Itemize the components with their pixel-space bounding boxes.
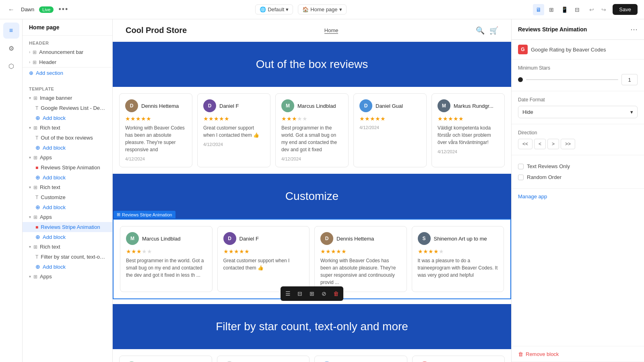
tree-reviews-stripe-2-selected[interactable]: ■ Reviews Stripe Animation <box>23 222 112 232</box>
text-reviews-label: Text Reviews Only <box>527 163 570 169</box>
toolbar-delete-btn[interactable]: 🗑 <box>330 288 342 299</box>
tree-image-banner[interactable]: ▾ ⊞ Image banner <box>23 93 112 103</box>
tree-apps-1[interactable]: ▾ ⊞ Apps <box>23 152 112 162</box>
review-card: D Daniel Gual ★★★★★ 4/12/2024 <box>353 93 427 167</box>
save-button[interactable]: Save <box>613 4 638 15</box>
page-selector[interactable]: 🏠 Home page ▾ <box>298 4 346 14</box>
add-block-rich-text-2[interactable]: ⊕ Add block <box>23 202 112 212</box>
monitor-button[interactable]: 🖥 <box>533 4 544 15</box>
toolbar-btn-2[interactable]: ⊟ <box>294 288 305 299</box>
back-button[interactable]: ← <box>6 5 16 14</box>
add-section-button[interactable]: ⊕ Add section <box>23 67 112 78</box>
chevron-icon: ▾ <box>29 155 31 160</box>
reviewer-name: Dennis Hettema <box>336 236 374 242</box>
app-icon-label: G <box>521 47 524 52</box>
tree-header[interactable]: › ⊞ Header <box>23 57 112 67</box>
right-panel-title: Reviews Stripe Animation <box>518 26 587 33</box>
chevron-icon: ▾ <box>29 96 31 100</box>
add-block-rich-text-3[interactable]: ⊕ Add block <box>23 262 112 272</box>
chevron-down-icon: ▾ <box>286 6 289 12</box>
tablet-button[interactable]: ⊞ <box>546 4 557 15</box>
date-format-section: Date Format Hide ▾ <box>512 91 644 124</box>
template-section: Template ▾ ⊞ Image banner T Google Revie… <box>23 82 112 285</box>
redo-button[interactable]: ↪ <box>598 4 609 15</box>
text-reviews-row: Text Reviews Only <box>518 161 638 172</box>
tree-reviews-stripe-1[interactable]: ■ Reviews Stripe Animation <box>23 162 112 173</box>
nav-home[interactable]: Home <box>324 27 339 34</box>
avatar: M <box>438 99 450 112</box>
remove-block-button[interactable]: 🗑 Remove block <box>512 346 644 362</box>
avatar: D <box>320 232 333 245</box>
text-icon: T <box>35 135 38 141</box>
add-block-apps-2[interactable]: ⊕ Add block <box>23 232 112 242</box>
stars: ★★★★★ <box>281 115 343 122</box>
grid-button[interactable]: ⊟ <box>572 4 583 15</box>
tree-google-reviews-list[interactable]: T Google Reviews List - Demo S... <box>23 103 112 113</box>
add-block-image-banner[interactable]: ⊕ Add block <box>23 113 112 123</box>
tree-rich-text-3[interactable]: ▾ ⊞ Rich text <box>23 242 112 252</box>
dir-btn-back[interactable]: < <box>534 139 546 149</box>
text-icon: T <box>35 254 38 260</box>
review-card: S Shine... <box>217 356 310 362</box>
slider-track[interactable] <box>526 79 618 80</box>
tree-apps-2[interactable]: ▾ ⊞ Apps <box>23 212 112 222</box>
preview-frame: Cool Prod Store Home 🔍 🛒 Out of the box … <box>113 19 511 362</box>
cart-icon[interactable]: 🛒 <box>489 26 498 35</box>
tree-customize[interactable]: T Customize <box>23 192 112 202</box>
group-icon: ⊞ <box>33 185 37 190</box>
group-icon: ⊞ <box>33 155 37 160</box>
block-icon: ⊞ <box>117 212 120 217</box>
tree-rich-text-2[interactable]: ▾ ⊞ Rich text <box>23 182 112 192</box>
reviewer-name: Daniel F <box>239 236 259 242</box>
add-block-rich-text-1[interactable]: ⊕ Add block <box>23 143 112 152</box>
right-panel-header: Reviews Stripe Animation ⋯ <box>512 19 644 40</box>
stars: ★★★★★ <box>320 248 401 255</box>
text-reviews-checkbox[interactable] <box>518 164 524 169</box>
date-format-label: Date Format <box>518 97 638 103</box>
undo-button[interactable]: ↩ <box>586 4 597 15</box>
slider-value: 1 <box>621 74 638 85</box>
review-text: Best programmer in the world. Got a smal… <box>126 257 206 279</box>
dir-btn-fast-forward[interactable]: >> <box>561 139 575 149</box>
toolbar-btn-4[interactable]: ⊘ <box>318 288 330 299</box>
topbar-right: 🖥 ⊞ 📱 ⊟ ↩ ↪ Save <box>533 4 638 15</box>
tree-rich-text-1[interactable]: ▾ ⊞ Rich text <box>23 123 112 133</box>
group-icon: ⊞ <box>33 125 37 131</box>
review-card: D Daniel... <box>314 356 407 362</box>
chevron-icon: ▾ <box>29 274 31 279</box>
random-order-checkbox[interactable] <box>518 175 524 180</box>
dir-btn-forward[interactable]: > <box>547 139 559 149</box>
topbar-more-button[interactable]: ••• <box>58 5 68 14</box>
toolbar-btn-3[interactable]: ⊞ <box>306 288 318 299</box>
tree-out-of-box[interactable]: T Out of the box reviews <box>23 133 112 143</box>
sidebar-icon-apps[interactable]: ⬡ <box>3 58 19 74</box>
mobile-button[interactable]: 📱 <box>559 4 570 15</box>
add-block-apps-1[interactable]: ⊕ Add block <box>23 173 112 182</box>
sidebar-icon-settings[interactable]: ⚙ <box>3 40 19 56</box>
manage-app-link[interactable]: Manage app <box>518 193 547 200</box>
view-selector[interactable]: 🌐 Default ▾ <box>255 4 293 14</box>
direction-label: Direction <box>518 130 638 136</box>
tree-filter-star[interactable]: T Filter by star count, text-only a... <box>23 252 112 262</box>
slider-row: 1 <box>518 74 638 85</box>
review-card: S Shinemon Art up to me ★★★★★ It was a p… <box>412 226 504 292</box>
right-panel-more-button[interactable]: ⋯ <box>630 25 638 34</box>
reviewer-name: Marcus Lindblad <box>297 103 336 109</box>
date-format-select[interactable]: Hide ▾ <box>518 106 638 118</box>
site-name: Dawn <box>21 6 34 12</box>
dir-btn-fast-back[interactable]: << <box>518 139 533 149</box>
tree-announcement-bar[interactable]: › ⊞ Announcement bar <box>23 47 112 57</box>
review-card: M Marcus Lindblad ★★★★★ Best programmer … <box>120 226 213 292</box>
slider-dot[interactable] <box>518 77 523 82</box>
direction-buttons: << < > >> <box>518 139 638 149</box>
home-icon: 🏠 <box>302 6 309 12</box>
reviewer-info: D Dennis Hettema <box>125 99 186 112</box>
avatar: D <box>125 99 138 112</box>
tree-apps-3[interactable]: ▾ ⊞ Apps <box>23 272 112 282</box>
reviews-row-3: M Marcus... S Shine... D Daniel... D <box>113 349 511 362</box>
toolbar-btn-1[interactable]: ☰ <box>282 288 293 299</box>
search-icon[interactable]: 🔍 <box>476 26 485 35</box>
topbar-center: 🌐 Default ▾ 🏠 Home page ▾ <box>255 4 346 14</box>
text-icon: T <box>35 195 38 200</box>
sidebar-icon-pages[interactable]: ≡ <box>3 23 19 39</box>
